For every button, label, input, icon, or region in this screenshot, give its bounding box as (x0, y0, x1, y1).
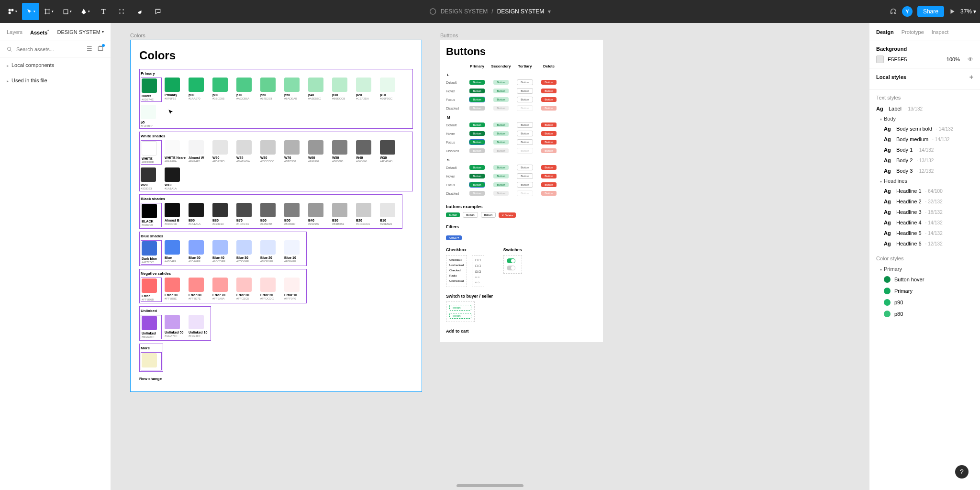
buttons-frame[interactable]: Buttons PrimarySeconderyTertiaryDeleteLD… (440, 40, 603, 342)
search-input[interactable] (16, 46, 83, 52)
text-style-group[interactable]: Headlines (876, 176, 973, 186)
color-swatch[interactable]: Hover#0D874E (141, 78, 162, 102)
color-swatch[interactable]: W60#999999 (308, 140, 329, 165)
color-swatch[interactable]: B60#665D5B (260, 203, 281, 227)
color-swatch[interactable] (141, 352, 162, 370)
color-swatch[interactable]: Unlinked#BC6DFF (141, 315, 162, 339)
text-style-item[interactable]: AgHeadline 1 · 64/100 (876, 186, 973, 196)
color-swatch[interactable]: Blue 10#F0F4FF (284, 240, 305, 265)
color-swatch[interactable]: Error#FF6B6B (141, 278, 162, 302)
resources-tool[interactable] (113, 3, 130, 20)
color-section[interactable]: PrimaryHover#0D874EPrimary#0F9F52p90#1AA… (139, 69, 413, 129)
frame-tool[interactable]: ▾ (40, 3, 57, 20)
text-style-item[interactable]: AgHeadline 6 · 12/132 (876, 238, 973, 249)
color-swatch[interactable]: W20#333333 (141, 167, 162, 190)
canvas[interactable]: Colors Colors PrimaryHover#0D874EPrimary… (111, 23, 869, 490)
color-swatch[interactable]: W90#E5E5E5 (212, 140, 234, 165)
color-style-item[interactable]: p80 (876, 308, 973, 320)
color-swatch[interactable]: Error 30#FFC5C5 (236, 278, 257, 302)
color-swatch[interactable]: W85#DADADA (236, 140, 257, 165)
color-section[interactable]: White shadesWHITE#FFFFFFWHITE Nearest#FA… (139, 132, 413, 191)
text-style-item[interactable]: AgHeadline 2 · 32/132 (876, 196, 973, 207)
add-style-button[interactable]: + (969, 73, 973, 81)
share-button[interactable]: Share (917, 6, 944, 17)
move-tool[interactable]: ▾ (22, 3, 39, 20)
color-swatch[interactable]: p60#67D293 (260, 78, 281, 102)
color-swatch[interactable]: Almost W#F4F4F5 (189, 140, 210, 165)
color-swatch[interactable]: Error 20#FFDCDC (260, 278, 281, 302)
color-swatch[interactable]: Error 80#FF7E7E (189, 278, 210, 302)
text-style-group[interactable]: Body (876, 114, 973, 123)
color-swatch[interactable]: W70#B3B3B3 (284, 140, 305, 165)
text-tool[interactable]: T (95, 3, 112, 20)
layers-tab[interactable]: Layers (7, 29, 22, 35)
color-swatch[interactable]: W10#1A1A1A (165, 167, 186, 190)
zoom-control[interactable]: 37%▾ (960, 8, 976, 15)
shape-tool[interactable]: ▾ (58, 3, 76, 20)
color-section[interactable]: Blue shadesDark blue#4277DCBlue#4B84F9Bl… (139, 232, 307, 266)
page-selector[interactable]: DESIGN SYSTEM▾ (57, 29, 104, 35)
color-swatch[interactable]: Primary#0F9F52 (165, 78, 186, 102)
visibility-toggle-icon[interactable]: 👁 (968, 56, 973, 63)
text-style-item[interactable]: AgBody 3 · 12/132 (876, 166, 973, 176)
color-swatch[interactable]: Blue 40#9BCDFF (212, 240, 234, 265)
color-swatch[interactable]: B80#333333 (212, 203, 234, 227)
color-group-primary[interactable]: Primary (876, 264, 973, 274)
color-swatch[interactable]: Blue#4B84F9 (165, 240, 186, 265)
text-style-item[interactable]: AgBody semi bold · 14/132 (876, 123, 973, 134)
color-swatch[interactable]: Unlinked 10#F0E4FF (189, 315, 210, 339)
file-name[interactable]: DESIGN SYSTEM (497, 8, 545, 15)
color-section[interactable]: UnlinkedUnlinked#BC6DFFUnlinked 50#CDA7F… (139, 306, 211, 341)
color-swatch[interactable]: Error 70#FF9A9A (212, 278, 234, 302)
headphones-icon[interactable] (890, 8, 897, 15)
text-style-item[interactable]: AgLabel · 13/132 (876, 103, 973, 114)
color-swatch[interactable]: p10#E6F9EC (380, 78, 401, 102)
color-swatch[interactable]: W40#666666 (356, 140, 377, 165)
text-style-item[interactable]: AgBody 1 · 14/132 (876, 145, 973, 155)
color-swatch[interactable]: B40#999999 (308, 203, 329, 227)
color-swatch[interactable]: p30#B9ECCB (332, 78, 353, 102)
frame-label-buttons[interactable]: Buttons (440, 33, 603, 38)
background-opacity[interactable]: 100% (947, 56, 960, 62)
color-swatch[interactable]: Unlinked 50#CDA7FF (165, 315, 186, 339)
list-view-icon[interactable]: ☰ (87, 45, 92, 53)
color-swatch[interactable]: p5#F3FBF7 (141, 105, 162, 127)
prototype-tab[interactable]: Prototype (902, 29, 924, 35)
text-style-item[interactable]: AgHeadline 5 · 14/132 (876, 228, 973, 238)
text-style-item[interactable]: AgHeadline 4 · 14/132 (876, 217, 973, 228)
color-swatch[interactable]: p80#3BC085 (212, 78, 234, 102)
present-icon[interactable] (949, 8, 956, 15)
color-swatch[interactable]: p90#1AA970 (189, 78, 210, 102)
color-swatch[interactable]: p20#CEF2DA (356, 78, 377, 102)
color-swatch[interactable]: Blue 50#85A6FF (189, 240, 210, 265)
color-style-item[interactable]: Button hover (876, 274, 973, 285)
color-swatch[interactable]: B70#4C4C4C (236, 203, 257, 227)
horizontal-scrollbar[interactable] (457, 484, 523, 487)
help-button[interactable]: ? (955, 465, 969, 479)
local-components-section[interactable]: Local components (0, 57, 111, 73)
color-swatch[interactable]: Dark blue#4277DC (141, 240, 162, 265)
color-swatch[interactable]: W30#4D4D4D (380, 140, 401, 165)
pen-tool[interactable]: ▾ (77, 3, 94, 20)
color-section[interactable]: Negative sahdesError#FF6B6BError 90#FF6B… (139, 269, 307, 303)
color-swatch[interactable]: B20#CCCCCC (356, 203, 377, 227)
background-swatch[interactable] (876, 56, 884, 63)
color-swatch[interactable]: B50#808080 (284, 203, 305, 227)
color-swatch[interactable]: p70#ACCB6A (236, 78, 257, 102)
frame-label-colors[interactable]: Colors (130, 33, 422, 38)
color-swatch[interactable]: B10#E5E5E5 (380, 203, 401, 227)
color-style-item[interactable]: Primary (876, 285, 973, 297)
team-library-icon[interactable] (97, 45, 104, 53)
comment-tool[interactable] (149, 3, 167, 20)
inspect-tab[interactable]: Inspect (932, 29, 948, 35)
figma-menu-button[interactable]: ▾ (4, 3, 21, 20)
color-section[interactable]: Black shadesBLACK#000000Almost B#0D0D0DB… (139, 194, 402, 229)
assets-tab[interactable]: Assets• (30, 28, 49, 35)
color-style-item[interactable]: p90 (876, 297, 973, 308)
color-swatch[interactable]: Blue 20#DCE6FF (260, 240, 281, 265)
text-style-item[interactable]: AgBody 2 · 13/132 (876, 155, 973, 166)
project-name[interactable]: DESIGN SYSTEM (441, 8, 488, 15)
color-swatch[interactable]: Error 10#FFF0F0 (284, 278, 305, 302)
text-style-item[interactable]: AgBody medium · 14/132 (876, 134, 973, 145)
used-in-file-section[interactable]: Used in this file (0, 73, 111, 88)
